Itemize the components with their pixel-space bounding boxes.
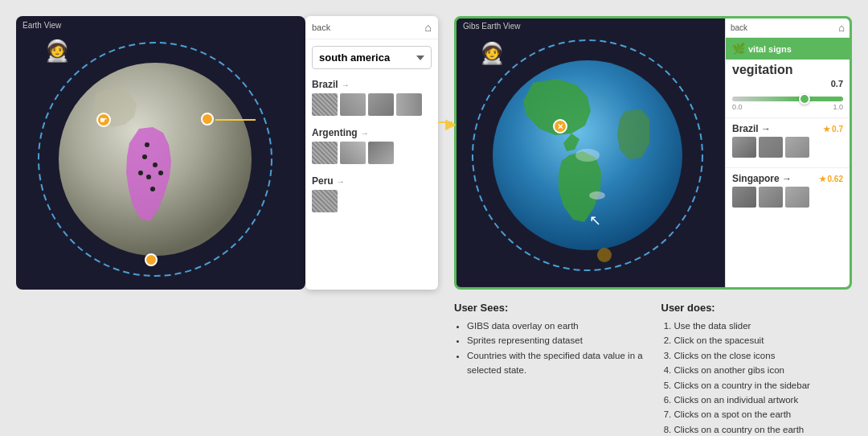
home-icon[interactable]: ⌂ (425, 21, 432, 34)
sidebar-panel: back ⌂ south america north america europ… (305, 16, 438, 290)
svg-point-3 (153, 162, 158, 167)
country-section-argentina: Argenting → (305, 124, 438, 172)
right-country-singapore: Singapore → ★ 0.62 (726, 170, 850, 216)
orange-dot-cursor-left[interactable]: ☛ (96, 113, 111, 127)
right-globe[interactable] (469, 39, 710, 276)
user-does-list: Use the data slider Click on the spacesu… (661, 319, 853, 436)
right-brazil-header[interactable]: Brazil → ★ 0.7 (732, 123, 843, 134)
slider-labels: 0.0 1.0 (732, 103, 843, 111)
svg-point-11 (575, 149, 600, 162)
peru-thumb-1[interactable] (312, 190, 338, 212)
left-globe[interactable] (36, 40, 277, 278)
peru-arrow: → (337, 177, 345, 186)
user-sees-item-3: Countries with the specified data value … (467, 348, 645, 378)
right-earth-view-panel: Gibs Earth View 🧑‍🚀 ✕ ↖ (454, 16, 852, 290)
region-dropdown[interactable]: south america north america europe asia … (312, 46, 432, 69)
right-singapore-name: Singapore → (732, 173, 792, 184)
slider-max: 1.0 (833, 103, 843, 111)
svg-point-12 (589, 191, 605, 199)
bottom-section: User Sees: GIBS data overlay on earth Sp… (454, 302, 852, 436)
user-sees-item-2: Sprites representing dataset (467, 333, 645, 348)
leaf-icon: 🌿 (732, 43, 745, 55)
right-brazil-thumb-2[interactable] (759, 137, 783, 158)
right-singapore-thumbnails (732, 187, 843, 208)
right-brazil-thumb-3[interactable] (785, 137, 809, 158)
brazil-thumbnails (312, 93, 432, 116)
right-singapore-header[interactable]: Singapore → ★ 0.62 (732, 173, 843, 184)
divider-1 (726, 117, 850, 118)
country-header-argentina[interactable]: Argenting → (312, 127, 432, 138)
connector-line (215, 119, 256, 121)
user-sees-list: GIBS data overlay on earth Sprites repre… (454, 319, 645, 378)
user-does-item-3: Clicks on the close icons (674, 348, 853, 363)
orange-close-dot[interactable]: ✕ (553, 119, 567, 134)
user-does-item-2: Click on the spacesuit (674, 333, 853, 348)
divider-2 (726, 167, 850, 168)
argentina-thumb-2[interactable] (340, 142, 366, 164)
right-singapore-score: ★ 0.62 (819, 175, 843, 183)
right-singapore-thumb-1[interactable] (732, 187, 756, 208)
user-sees-box: User Sees: GIBS data overlay on earth Sp… (454, 302, 645, 436)
argentina-thumb-1[interactable] (312, 142, 338, 164)
user-does-item-7: Clicks on a spot on the earth (674, 407, 853, 422)
country-section-brazil: Brazil → (305, 76, 438, 124)
left-panel-title: Earth View (23, 21, 61, 30)
sidebar-top-bar: back ⌂ (305, 16, 438, 39)
slider-track[interactable] (732, 97, 843, 101)
vital-signs-label: vital signs (748, 44, 792, 54)
right-sidebar: back ⌂ 🌿 vital signs vegitation 0.7 0.0 … (725, 19, 850, 287)
right-panel-title: Gibs Earth View (463, 22, 521, 31)
svg-point-7 (150, 187, 155, 191)
right-singapore-thumb-3[interactable] (785, 187, 809, 208)
right-brazil-name: Brazil → (732, 123, 771, 134)
user-does-item-4: Clicks on another gibs icon (674, 363, 853, 377)
brazil-thumb-4[interactable] (396, 93, 422, 116)
slider-value: 0.7 (726, 79, 850, 92)
right-brazil-thumbnails (732, 137, 843, 158)
svg-point-2 (142, 154, 147, 159)
argentina-arrow: → (361, 129, 369, 138)
slider-container: 0.0 1.0 (726, 92, 850, 116)
orange-dot-bottom-left (145, 253, 158, 266)
right-sidebar-top: back ⌂ (726, 19, 850, 38)
left-earth-view-panel: Earth View 🧑‍🚀 ☛ (16, 16, 305, 290)
slider-thumb[interactable] (799, 93, 810, 105)
country-name-brazil: Brazil (312, 79, 338, 90)
user-does-heading: User does: (661, 302, 853, 314)
user-sees-heading: User Sees: (454, 302, 645, 314)
svg-point-5 (158, 171, 163, 175)
country-header-peru[interactable]: Peru → (312, 175, 432, 187)
brazil-thumb-1[interactable] (312, 93, 338, 116)
brazil-thumb-2[interactable] (340, 93, 366, 116)
connector-arrow-head: ▶ (445, 115, 457, 133)
right-back-button[interactable]: back (731, 23, 747, 32)
orange-dot-right-left (201, 113, 214, 125)
svg-point-8 (145, 142, 149, 147)
argentina-thumb-3[interactable] (368, 142, 394, 164)
right-home-icon[interactable]: ⌂ (838, 22, 845, 34)
right-brazil-thumb-1[interactable] (732, 137, 756, 158)
country-header-brazil[interactable]: Brazil → (312, 79, 432, 90)
vital-signs-name: vegitation (726, 60, 850, 79)
right-singapore-thumb-2[interactable] (759, 187, 783, 208)
star-icon-singapore: ★ (819, 175, 826, 183)
user-does-item-5: Clicks on a country in the sidebar (674, 378, 853, 393)
cursor-on-globe: ↖ (589, 212, 601, 229)
svg-point-6 (138, 171, 143, 175)
country-name-argentina: Argenting (312, 127, 358, 138)
svg-point-4 (146, 175, 151, 179)
back-button[interactable]: back (312, 23, 330, 32)
brazil-arrow: → (342, 80, 350, 89)
user-does-item-8: Clicks on a country on the earth (674, 422, 853, 436)
right-brazil-score: ★ 0.7 (823, 125, 843, 134)
user-sees-item-1: GIBS data overlay on earth (467, 319, 645, 333)
user-does-item-6: Clicks on an individual artwork (674, 393, 853, 407)
slider-min: 0.0 (732, 103, 743, 111)
peru-thumbnails (312, 190, 432, 212)
star-icon-brazil: ★ (823, 125, 830, 134)
astronaut-icon-right[interactable]: 🧑‍🚀 (479, 41, 505, 66)
right-country-brazil: Brazil → ★ 0.7 (726, 120, 850, 166)
argentina-thumbnails (312, 142, 432, 164)
brazil-thumb-3[interactable] (368, 93, 394, 116)
user-does-item-1: Use the data slider (674, 319, 853, 333)
